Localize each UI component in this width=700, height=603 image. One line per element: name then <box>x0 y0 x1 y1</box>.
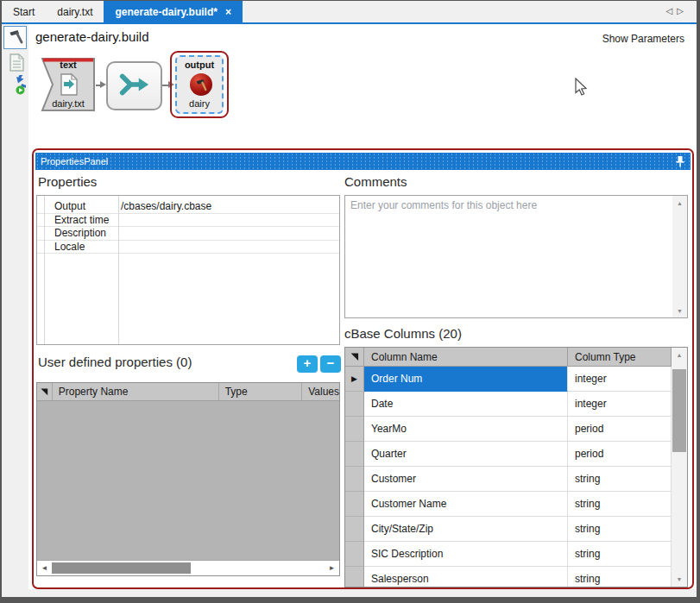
column-type-cell[interactable]: string <box>568 467 672 492</box>
cbase-header-row: Column Name Column Type <box>345 348 687 367</box>
row-header-cell[interactable] <box>345 467 364 492</box>
column-name-cell[interactable]: City/State/Zip <box>364 517 568 542</box>
scroll-right-icon[interactable]: ► <box>325 561 339 575</box>
run-build-button[interactable] <box>4 76 27 98</box>
column-type-cell[interactable]: period <box>568 442 672 467</box>
chevron-left-icon[interactable]: ◁ <box>666 6 678 16</box>
row-header-cell[interactable] <box>345 517 364 542</box>
flow-connector-arrow <box>96 84 106 87</box>
table-row[interactable]: Dateinteger <box>345 392 687 417</box>
horizontal-scrollbar[interactable]: ◄ ► <box>37 560 339 575</box>
tab-dairy-txt[interactable]: dairy.txt <box>46 1 104 22</box>
hammer-icon <box>7 28 24 48</box>
select-all-triangle-icon <box>39 386 49 397</box>
select-all-corner[interactable] <box>345 348 364 367</box>
comments-heading: Comments <box>344 174 407 189</box>
vertical-scrollbar[interactable]: ▲ ▼ <box>672 348 687 587</box>
property-label: Extract time <box>37 214 116 226</box>
scrollbar-track[interactable] <box>52 561 325 575</box>
scroll-left-icon[interactable]: ◄ <box>37 561 52 575</box>
scroll-up-icon[interactable]: ▲ <box>672 348 687 362</box>
comments-box: ▲ ▼ <box>344 195 688 318</box>
tab-start[interactable]: Start <box>2 1 46 22</box>
chevron-right-icon[interactable]: ▷ <box>677 6 688 16</box>
column-type-cell[interactable]: integer <box>568 367 672 392</box>
tab-scroll-arrows[interactable]: ◁▷ <box>666 6 688 16</box>
property-label: Output <box>37 200 116 212</box>
vertical-scrollbar[interactable]: ▲ ▼ <box>672 196 687 317</box>
table-row[interactable]: YearMoperiod <box>345 417 687 442</box>
add-property-button[interactable]: + <box>297 355 318 373</box>
flow-node-text-input[interactable]: text dairy.txt <box>41 57 96 112</box>
select-all-corner[interactable] <box>37 383 53 400</box>
column-name-cell[interactable]: SIC Description <box>364 542 568 567</box>
row-header-cell[interactable] <box>345 442 364 467</box>
column-type-cell[interactable]: string <box>568 567 672 587</box>
status-strip <box>2 589 697 597</box>
column-header[interactable]: Type <box>219 383 303 400</box>
text-file-icon <box>60 73 78 99</box>
scroll-up-icon[interactable]: ▲ <box>672 196 687 210</box>
column-name-cell[interactable]: Salesperson <box>364 567 568 587</box>
panel-titlebar[interactable]: PropertiesPanel <box>35 153 691 170</box>
property-row[interactable]: Locale <box>37 241 339 254</box>
properties-table: Output/cbases/dairy.cbaseExtract timeDes… <box>36 195 340 345</box>
scrollbar-thumb[interactable] <box>52 562 191 574</box>
tab-bar: Start dairy.txt generate-dairy.build* × … <box>2 1 697 22</box>
script-document-button[interactable] <box>7 53 26 74</box>
row-header-cell[interactable] <box>345 492 364 517</box>
property-value[interactable]: /cbases/dairy.cbase <box>116 200 339 212</box>
tab-generate-dairy-build[interactable]: generate-dairy.build* × <box>104 1 243 22</box>
properties-panel: PropertiesPanel Properties Output/cbases… <box>32 148 694 589</box>
scroll-down-icon[interactable]: ▼ <box>672 572 687 587</box>
column-type-cell[interactable]: period <box>568 417 672 442</box>
comments-input[interactable] <box>345 196 673 317</box>
column-header[interactable]: Column Type <box>568 348 672 367</box>
column-name-cell[interactable]: Quarter <box>364 442 568 467</box>
table-row[interactable]: City/State/Zipstring <box>345 517 687 542</box>
close-icon[interactable]: × <box>225 6 231 18</box>
scroll-down-icon[interactable]: ▼ <box>672 304 687 317</box>
pin-icon[interactable] <box>675 155 685 170</box>
table-row[interactable]: Customerstring <box>345 467 687 492</box>
page-title: generate-dairy.build <box>35 29 148 44</box>
row-header-cell[interactable] <box>345 542 364 567</box>
annotation-output-highlight <box>170 51 229 118</box>
column-header[interactable]: Values <box>302 383 339 400</box>
remove-property-button[interactable]: − <box>320 355 341 373</box>
property-row[interactable]: Extract time <box>37 214 339 228</box>
column-header[interactable]: Property Name <box>53 383 219 400</box>
table-row[interactable]: Quarterperiod <box>345 442 687 467</box>
flow-node-transform[interactable] <box>106 61 162 110</box>
row-header-cell[interactable] <box>345 392 364 417</box>
tab-label: Start <box>13 6 35 18</box>
column-name-cell[interactable]: Order Num <box>364 367 568 392</box>
column-name-cell[interactable]: YearMo <box>364 417 568 442</box>
window-border <box>0 0 700 1</box>
column-type-cell[interactable]: string <box>568 542 672 567</box>
column-type-cell[interactable]: string <box>568 517 672 542</box>
table-row[interactable]: Salespersonstring <box>345 567 687 587</box>
user-properties-header-row: Property Name Type Values <box>37 383 339 401</box>
refresh-run-icon <box>5 75 26 99</box>
row-header-cell[interactable] <box>345 567 364 587</box>
table-row[interactable]: Customer Namestring <box>345 492 687 517</box>
user-properties-empty-body <box>37 401 339 560</box>
property-row[interactable]: Description <box>37 227 339 241</box>
column-type-cell[interactable]: string <box>568 492 672 517</box>
row-header-cell[interactable]: ▶ <box>345 367 364 392</box>
column-type-cell[interactable]: integer <box>568 392 672 417</box>
row-header-cell[interactable] <box>345 417 364 442</box>
column-name-cell[interactable]: Customer <box>364 467 568 492</box>
column-name-cell[interactable]: Date <box>364 392 568 417</box>
scrollbar-track[interactable] <box>672 362 687 572</box>
table-row[interactable]: ▶Order Numinteger <box>345 367 687 392</box>
scrollbar-thumb[interactable] <box>672 369 686 452</box>
column-name-cell[interactable]: Customer Name <box>364 492 568 517</box>
show-parameters-link[interactable]: Show Parameters <box>602 33 684 45</box>
column-header[interactable]: Column Name <box>364 348 568 367</box>
property-row[interactable]: Output/cbases/dairy.cbase <box>37 200 339 214</box>
cbase-table-body: ▶Order NumintegerDateintegerYearMoperiod… <box>345 367 687 587</box>
table-row[interactable]: SIC Descriptionstring <box>345 542 687 567</box>
build-mode-button[interactable] <box>3 26 27 49</box>
